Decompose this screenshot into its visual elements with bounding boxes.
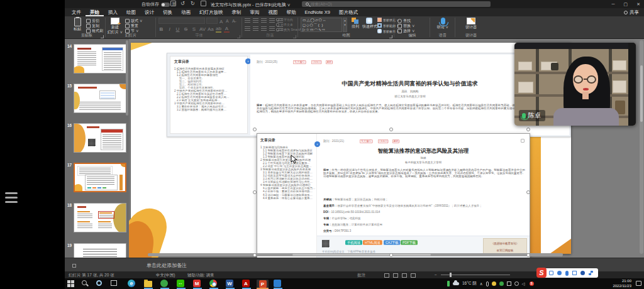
bullets-icon[interactable]: [245, 18, 250, 23]
weather-text[interactable]: 16°C 阴: [462, 281, 477, 286]
grow-font-button[interactable]: A: [219, 19, 223, 25]
bold-button[interactable]: B: [158, 26, 164, 32]
char-spacing-button[interactable]: AV: [199, 26, 205, 32]
shapes-gallery[interactable]: ▭△◯▱⬠↔ ◻◇⬡⌒{ } ▷☆▭◠∿⇨: [301, 18, 342, 32]
slide-thumbnail-16[interactable]: [74, 123, 126, 153]
tab-insert[interactable]: 插入: [104, 8, 122, 16]
tab-slideshow[interactable]: 幻灯片放映: [195, 8, 228, 16]
quick-styles-button[interactable]: 快速样式: [362, 18, 376, 29]
arrange-button[interactable]: 排列: [349, 18, 362, 29]
tab-design[interactable]: 设计: [140, 8, 158, 16]
webcam-video-overlay[interactable]: 陈卓: [514, 43, 636, 126]
resize-handle-s[interactable]: [389, 253, 393, 257]
search-box[interactable]: [302, 1, 491, 7]
justify-icon[interactable]: [269, 26, 275, 31]
acrobat-icon[interactable]: A: [242, 280, 250, 287]
tray-security-icon[interactable]: [492, 281, 496, 286]
horizontal-scrollbar[interactable]: [148, 253, 563, 256]
indent-decrease-icon[interactable]: [261, 18, 267, 23]
drawing-dialog-launcher[interactable]: [389, 35, 392, 38]
numbering-icon[interactable]: [253, 18, 258, 23]
font-dialog-launcher[interactable]: [237, 35, 240, 38]
paper1-screenshot[interactable]: 文章目录 1 精神生活共同富裕的本质意蕴及其特征 1.1 精神生活共同富裕是人的…: [167, 53, 571, 137]
shadow-button[interactable]: S: [191, 26, 197, 32]
tab-animations[interactable]: 动画: [177, 8, 195, 16]
tab-home[interactable]: 开始: [86, 8, 104, 16]
screenshare-toolbar[interactable]: S: [536, 268, 598, 278]
restore-button[interactable]: ▢: [624, 0, 628, 8]
mic-icon[interactable]: [565, 271, 569, 276]
tab-review[interactable]: 审阅: [246, 8, 264, 16]
resize-handle-n[interactable]: [389, 128, 393, 131]
powerpoint-icon-active[interactable]: P: [257, 280, 269, 288]
resize-handle-nw[interactable]: [253, 128, 257, 131]
clear-format-button[interactable]: A̶: [232, 19, 235, 23]
edge-icon[interactable]: e: [128, 280, 136, 288]
align-center-icon[interactable]: [253, 26, 258, 31]
font-name-select[interactable]: [158, 18, 205, 24]
normal-view-icon[interactable]: [384, 273, 389, 278]
slideshow-icon[interactable]: [201, 1, 206, 6]
file-explorer-icon[interactable]: [144, 280, 152, 288]
comments-button[interactable]: 批注: [357, 271, 365, 278]
audio-icon[interactable]: [557, 271, 562, 275]
zoom-out-button[interactable]: −: [435, 271, 437, 278]
paper2-screenshot-selected[interactable]: 文章目录 1 文献梳理与问题提出 1.1 智能算法推荐的生成逻辑与风险表征 1.…: [257, 133, 530, 258]
wechat-icon[interactable]: ··: [177, 280, 184, 287]
blue-app-icon[interactable]: [274, 280, 281, 287]
zoom-slider-thumb[interactable]: [450, 273, 452, 277]
chrome-icon[interactable]: [209, 280, 218, 288]
tab-file[interactable]: 文件: [67, 8, 86, 16]
font-color-button[interactable]: A: [224, 26, 230, 33]
align-text-button[interactable]: 对齐文本: [276, 23, 293, 26]
notes-expand-icon[interactable]: [72, 264, 76, 268]
meeting-sidebar-toggle-icon[interactable]: [5, 192, 18, 205]
tab-draw[interactable]: 绘图: [122, 8, 140, 16]
task-view-button[interactable]: [111, 280, 119, 288]
tray-mic-icon[interactable]: [486, 281, 489, 286]
start-button[interactable]: [67, 280, 75, 288]
slide-thumbnail-18[interactable]: [74, 203, 126, 232]
resize-handle-ne[interactable]: [526, 128, 530, 131]
shrink-font-button[interactable]: A: [226, 19, 229, 23]
thumbnail-scrollbar[interactable]: [126, 40, 128, 116]
taskbar-search-button[interactable]: [82, 280, 90, 288]
slide-17-editing-area[interactable]: 文章目录 1 精神生活共同富裕的本质意蕴及其特征 1.1 精神生活共同富裕是人的…: [131, 43, 571, 254]
clipboard-dialog-launcher[interactable]: [101, 35, 104, 38]
netease-mail-icon[interactable]: M: [193, 280, 201, 287]
tray-display-icon[interactable]: [507, 281, 511, 286]
strikethrough-button[interactable]: S: [183, 26, 189, 32]
tab-help[interactable]: 帮助: [282, 8, 301, 16]
word-icon[interactable]: W: [226, 280, 233, 287]
slide-sorter-icon[interactable]: [393, 273, 398, 278]
underline-button[interactable]: U: [175, 26, 180, 32]
vertical-scrollbar[interactable]: [640, 40, 643, 254]
tab-transitions[interactable]: 切换: [158, 8, 177, 16]
clock[interactable]: 21:00 2022/11/23: [613, 279, 631, 288]
tab-picture-format[interactable]: 图片格式: [335, 8, 362, 16]
close-button[interactable]: ✕: [636, 0, 640, 8]
action-center-icon[interactable]: [636, 281, 641, 286]
slideshow-view-icon[interactable]: [411, 273, 416, 278]
highlight-color-button[interactable]: ab: [216, 26, 221, 33]
green-app-icon[interactable]: [160, 280, 168, 287]
members-icon[interactable]: [580, 271, 585, 275]
tray-volume-icon[interactable]: ◁: [522, 281, 526, 286]
tab-record[interactable]: 录制: [228, 8, 246, 16]
paragraph-dialog-launcher[interactable]: [293, 35, 296, 38]
resize-handle-se[interactable]: [526, 253, 530, 257]
scrollbar-thumb[interactable]: [640, 65, 643, 122]
resize-handle-sw[interactable]: [253, 253, 257, 257]
align-left-icon[interactable]: [245, 26, 250, 31]
paste-button[interactable]: 粘贴: [69, 18, 86, 31]
dictate-button[interactable]: 听写 ∨: [435, 18, 451, 30]
accessibility-status[interactable]: 辅助功能: 调查: [187, 271, 214, 278]
chat-icon[interactable]: [549, 271, 553, 275]
tab-endnote[interactable]: EndNote X9: [301, 8, 335, 16]
resize-handle-e[interactable]: [526, 190, 530, 194]
indent-increase-icon[interactable]: [269, 18, 275, 23]
slide-thumbnail-19[interactable]: [74, 243, 126, 258]
shapes-gallery-scroll[interactable]: ▲▼: [343, 18, 347, 32]
tray-sync-icon[interactable]: [514, 281, 519, 286]
slide-thumbnail-17-selected[interactable]: [74, 163, 126, 192]
